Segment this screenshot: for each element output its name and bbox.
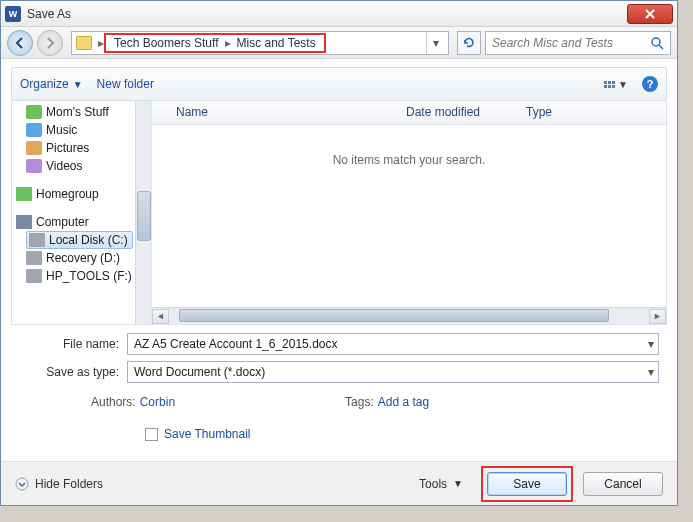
dialog-footer: Hide Folders Tools▼ Save Cancel xyxy=(1,461,677,505)
refresh-button[interactable] xyxy=(457,31,481,55)
svg-point-1 xyxy=(16,478,28,490)
tree-item: Recovery (D:) xyxy=(26,249,151,267)
dropdown-icon[interactable]: ▾ xyxy=(648,337,654,351)
horizontal-scrollbar[interactable]: ◄ ► xyxy=(152,307,666,324)
pictures-icon xyxy=(26,141,42,155)
chevron-down-icon: ▼ xyxy=(618,79,628,90)
computer-icon xyxy=(16,215,32,229)
dropdown-icon[interactable]: ▾ xyxy=(648,365,654,379)
organize-menu[interactable]: Organize▼ xyxy=(20,77,83,91)
breadcrumb-segment-1[interactable]: Tech Boomers Stuff xyxy=(108,36,225,50)
save-as-dialog: W Save As ▸ Tech Boomers Stuff ▸ Misc an… xyxy=(0,0,678,506)
search-input[interactable]: Search Misc and Tests xyxy=(485,31,671,55)
forward-button[interactable] xyxy=(37,30,63,56)
saveastype-select[interactable]: Word Document (*.docx) ▾ xyxy=(127,361,659,383)
close-icon xyxy=(644,9,656,19)
videos-icon xyxy=(26,159,42,173)
filename-label: File name: xyxy=(19,337,127,351)
address-bar[interactable]: ▸ Tech Boomers Stuff ▸ Misc and Tests ▾ xyxy=(71,31,449,55)
tree-item: HP_TOOLS (F:) xyxy=(26,267,151,285)
disk-icon xyxy=(26,251,42,265)
tools-menu[interactable]: Tools▼ xyxy=(419,477,463,491)
tree-group-homegroup: Homegroup xyxy=(16,185,151,203)
tree-item: Pictures xyxy=(26,139,151,157)
empty-message: No items match your search. xyxy=(152,125,666,307)
address-dropdown[interactable]: ▾ xyxy=(426,32,444,54)
tree-item: Videos xyxy=(26,157,151,175)
file-list-pane: Name Date modified Type No items match y… xyxy=(152,101,666,324)
saveastype-label: Save as type: xyxy=(19,365,127,379)
help-button[interactable]: ? xyxy=(642,76,658,92)
toolbar: Organize▼ New folder ▼ ? xyxy=(11,67,667,101)
metadata-row: Authors:Corbin Tags:Add a tag xyxy=(19,395,659,409)
word-app-icon: W xyxy=(5,6,21,22)
new-folder-button[interactable]: New folder xyxy=(97,77,154,91)
scrollbar-thumb[interactable] xyxy=(137,191,151,241)
arrow-left-icon xyxy=(14,37,26,49)
window-title: Save As xyxy=(27,7,71,21)
homegroup-icon xyxy=(16,187,32,201)
search-icon xyxy=(650,36,664,50)
scroll-left-button[interactable]: ◄ xyxy=(152,309,169,324)
chevron-down-icon: ▼ xyxy=(453,478,463,489)
cancel-button[interactable]: Cancel xyxy=(583,472,663,496)
folder-icon xyxy=(76,36,92,50)
column-headers[interactable]: Name Date modified Type xyxy=(152,101,666,125)
scroll-right-button[interactable]: ► xyxy=(649,309,666,324)
collapse-icon xyxy=(15,477,29,491)
tree-item-selected: Local Disk (C:) xyxy=(26,231,133,249)
navigation-bar: ▸ Tech Boomers Stuff ▸ Misc and Tests ▾ … xyxy=(1,27,677,59)
library-icon xyxy=(26,105,42,119)
scrollbar-thumb[interactable] xyxy=(179,309,609,322)
column-name[interactable]: Name xyxy=(176,101,406,124)
save-button[interactable]: Save xyxy=(487,472,567,496)
view-options-button[interactable]: ▼ xyxy=(604,79,628,90)
breadcrumb-segment-2[interactable]: Misc and Tests xyxy=(231,36,322,50)
filename-input[interactable]: AZ A5 Create Account 1_6_2015.docx ▾ xyxy=(127,333,659,355)
explorer-split: Mom's Stuff Music Pictures Videos Homegr… xyxy=(11,101,667,325)
chevron-down-icon: ▼ xyxy=(73,79,83,90)
view-icon xyxy=(604,81,615,88)
save-thumbnail-checkbox[interactable] xyxy=(145,428,158,441)
save-button-highlight: Save xyxy=(481,466,573,502)
save-fields: File name: AZ A5 Create Account 1_6_2015… xyxy=(1,325,677,441)
column-date[interactable]: Date modified xyxy=(406,101,526,124)
titlebar: W Save As xyxy=(1,1,677,27)
refresh-icon xyxy=(462,36,476,50)
scrollbar-track[interactable] xyxy=(169,309,649,324)
tags-label: Tags: xyxy=(345,395,374,409)
disk-icon xyxy=(26,269,42,283)
navigation-tree[interactable]: Mom's Stuff Music Pictures Videos Homegr… xyxy=(12,101,152,324)
svg-point-0 xyxy=(652,38,660,46)
authors-value[interactable]: Corbin xyxy=(140,395,175,409)
column-type[interactable]: Type xyxy=(526,101,552,124)
disk-icon xyxy=(29,233,45,247)
search-placeholder: Search Misc and Tests xyxy=(492,36,613,50)
arrow-right-icon xyxy=(44,37,56,49)
back-button[interactable] xyxy=(7,30,33,56)
tree-item: Mom's Stuff xyxy=(26,103,151,121)
tree-scrollbar[interactable] xyxy=(135,101,151,324)
music-icon xyxy=(26,123,42,137)
hide-folders-button[interactable]: Hide Folders xyxy=(15,477,103,491)
close-button[interactable] xyxy=(627,4,673,24)
tree-item: Music xyxy=(26,121,151,139)
save-thumbnail-label: Save Thumbnail xyxy=(164,427,251,441)
save-thumbnail-row[interactable]: Save Thumbnail xyxy=(19,427,659,441)
tags-value[interactable]: Add a tag xyxy=(378,395,429,409)
tree-group-computer: Computer xyxy=(16,213,151,231)
breadcrumb-highlight: Tech Boomers Stuff ▸ Misc and Tests xyxy=(104,33,326,53)
authors-label: Authors: xyxy=(91,395,136,409)
